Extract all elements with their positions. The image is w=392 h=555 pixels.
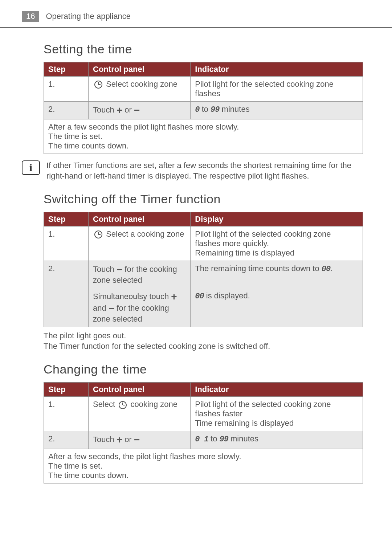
plus-icon: + <box>117 105 122 116</box>
info-text: If other Timer functions are set, after … <box>46 160 363 181</box>
cell-text: Touch <box>93 105 117 114</box>
cell-text: minutes <box>220 105 250 114</box>
cell-indicator: Pilot light of the selected cooking zone… <box>191 397 363 431</box>
cell-cp: Select cooking zone <box>89 397 191 431</box>
cell-cp: Touch − for the cooking zone selected <box>89 261 191 288</box>
digital-value: 99 <box>220 435 228 444</box>
digital-value: 0 1 <box>195 435 208 444</box>
th-indicator: Indicator <box>191 62 363 77</box>
table-switch-off: Step Control panel Display 1. Select a c… <box>44 212 363 327</box>
cell-text: or <box>122 105 134 114</box>
cell-step: 2. <box>44 261 89 327</box>
cell-text: Touch <box>93 435 117 444</box>
th-step: Step <box>44 383 89 397</box>
cell-step: 1. <box>44 397 89 431</box>
header-divider <box>0 27 392 28</box>
cell-display: The remaining time counts down to 00. <box>191 261 363 288</box>
table-footer: After a few seconds, the pilot light fla… <box>44 449 363 483</box>
cell-display: Pilot light of the selected cooking zone… <box>191 227 363 261</box>
minus-icon: − <box>117 264 122 275</box>
digital-value: 00 <box>195 292 204 301</box>
cell-cp: Touch + or − <box>89 102 191 119</box>
th-control-panel: Control panel <box>89 62 191 77</box>
cell-step: 1. <box>44 77 89 102</box>
cell-text: Select a cooking zone <box>104 229 184 238</box>
table-footer: After a few seconds the pilot light flas… <box>44 119 363 154</box>
minus-icon: − <box>134 434 140 445</box>
clock-icon <box>119 401 127 409</box>
th-control-panel: Control panel <box>89 212 191 227</box>
cell-text: is displayed. <box>204 291 250 300</box>
minus-icon: − <box>134 105 140 116</box>
cell-text: to <box>200 105 211 114</box>
cell-text: minutes <box>228 434 258 443</box>
page-header: 16 Operating the appliance <box>0 0 392 25</box>
th-step: Step <box>44 62 89 77</box>
cell-text: and <box>93 303 109 313</box>
clock-icon <box>94 230 102 238</box>
cell-display: 00 is displayed. <box>191 288 363 327</box>
footnote-switch-off: The pilot light goes out. The Timer func… <box>44 331 363 351</box>
cell-step: 2. <box>44 431 89 449</box>
digital-value: 99 <box>211 105 219 114</box>
cell-text: cooking zone <box>128 400 177 409</box>
cell-text: Simultaneoulsy touch <box>93 292 171 301</box>
cell-cp: Simultaneoulsy touch + and − for the coo… <box>89 288 191 327</box>
plus-icon: + <box>171 291 177 302</box>
header-title: Operating the appliance <box>46 12 131 21</box>
cell-text: The remaining time counts down to <box>195 264 322 273</box>
cell-cp: Select cooking zone <box>89 77 191 102</box>
cell-cp: Touch + or − <box>89 431 191 449</box>
cell-indicator: Pilot light for the selected cooking zon… <box>191 77 363 102</box>
section-title-changing-time: Changing the time <box>44 362 363 376</box>
cell-text: Select <box>93 400 117 409</box>
table-changing-time: Step Control panel Indicator 1. Select c… <box>44 382 363 483</box>
cell-step: 1. <box>44 227 89 261</box>
plus-icon: + <box>117 434 122 445</box>
digital-value: 0 <box>195 105 199 114</box>
section-title-switch-off: Switching off the Timer function <box>44 192 363 206</box>
cell-cp: Select a cooking zone <box>89 227 191 261</box>
cell-text: to <box>208 434 220 443</box>
cell-indicator: 0 1 to 99 minutes <box>191 431 363 449</box>
section-title-setting-time: Setting the time <box>44 42 363 56</box>
th-indicator: Indicator <box>191 383 363 397</box>
th-control-panel: Control panel <box>89 383 191 397</box>
cell-text: Select cooking zone <box>104 79 177 89</box>
minus-icon: − <box>109 303 114 314</box>
clock-icon <box>94 81 102 89</box>
cell-text: . <box>330 264 332 273</box>
cell-text: Touch <box>93 265 117 274</box>
info-icon: i <box>22 160 40 175</box>
th-display: Display <box>191 212 363 227</box>
digital-value: 00 <box>322 265 330 274</box>
table-setting-time: Step Control panel Indicator 1. Select c… <box>44 62 363 154</box>
info-note: i If other Timer functions are set, afte… <box>22 160 363 181</box>
cell-indicator: 0 to 99 minutes <box>191 102 363 119</box>
page-number: 16 <box>22 11 39 22</box>
cell-text: or <box>122 435 134 444</box>
th-step: Step <box>44 212 89 227</box>
cell-step: 2. <box>44 102 89 119</box>
